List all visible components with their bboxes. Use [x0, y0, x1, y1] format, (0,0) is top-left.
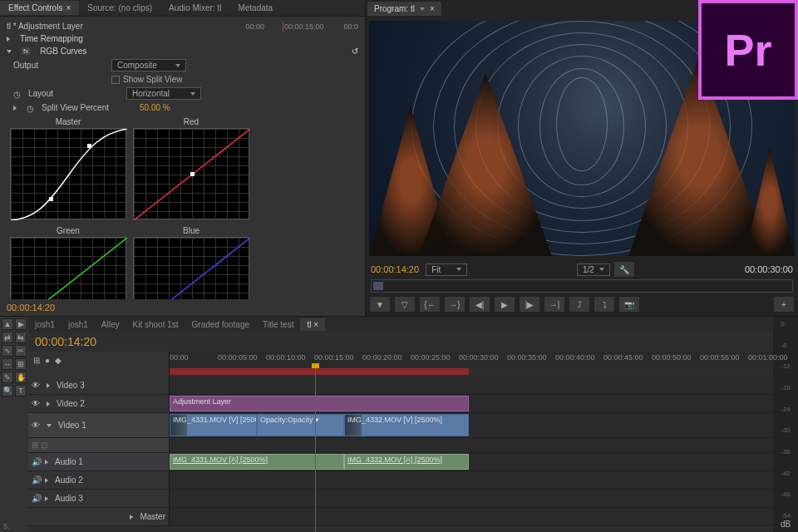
timeline-timecode[interactable]: 00:00:14:20 [35, 335, 96, 348]
track-header-a1[interactable]: 🔊Audio 1 [28, 453, 170, 470]
stopwatch-icon[interactable]: ◷ [27, 104, 35, 112]
program-tab[interactable]: Program: tl × [367, 2, 441, 16]
split-percent-value[interactable]: 50.00 % [140, 103, 170, 112]
curve-red[interactable] [133, 128, 249, 219]
mute-icon[interactable]: 🔊 [32, 494, 42, 503]
track-header-a3[interactable]: 🔊Audio 3 [28, 490, 170, 507]
meter-tick: -24 [781, 406, 791, 413]
sequence-tab[interactable]: Title test [256, 318, 300, 331]
ruler-tick: 00:00:35:00 [507, 353, 547, 362]
sequence-tab[interactable]: josh1 [62, 318, 95, 331]
layout-dropdown[interactable]: Horizontal [126, 87, 201, 100]
timeline-ruler[interactable]: 00:0000:00:05:0000:00:10:0000:00:15:0000… [170, 352, 773, 368]
linked-selection-icon[interactable]: ● [45, 356, 50, 365]
sequence-tab[interactable]: Kit shoot 1st [126, 318, 185, 331]
add-button[interactable]: + [773, 296, 795, 313]
ripple-tool[interactable]: ⇄ [2, 332, 13, 343]
chevron-down-icon [175, 64, 180, 67]
clip-video-opacity[interactable]: Opacity:Opacity ▾ [257, 414, 344, 436]
snap-icon[interactable]: ⊞ [33, 356, 40, 365]
curve-blue-label: Blue [133, 226, 249, 235]
selection-tool[interactable]: ▲ [2, 318, 13, 330]
clip-audio[interactable]: IMG_4331.MOV [A] [2500%] [170, 454, 344, 470]
scrubber-handle[interactable] [373, 282, 383, 290]
chevron-down-icon [599, 268, 604, 271]
play-button[interactable]: ▶ [494, 296, 515, 313]
marker-icon[interactable]: ◆ [55, 356, 62, 365]
eye-icon[interactable]: 👁 [32, 421, 40, 430]
rate-tool[interactable]: ∿ [2, 345, 13, 357]
track-header-v3[interactable]: 👁 Video 3 [28, 377, 170, 394]
close-icon[interactable]: × [430, 4, 435, 13]
close-icon[interactable]: × [66, 3, 71, 12]
show-split-checkbox[interactable]: Show Split View [111, 75, 183, 84]
ruler-tick: 00:00:15:00 [284, 22, 324, 31]
mark-out-button[interactable]: ▽ [394, 296, 416, 313]
program-zoom-dropdown[interactable]: 1/2 [577, 264, 610, 276]
clip-audio[interactable]: IMG_4332.MOV [A] [2500%] [344, 454, 469, 470]
go-next-button[interactable]: →| [544, 296, 565, 313]
work-area-bar[interactable] [170, 368, 773, 377]
hand-tool[interactable]: ✋ [15, 372, 27, 383]
track-header-v1-sub[interactable]: ⊞ ⊡ [28, 438, 170, 452]
meter-tick: -42 [781, 470, 791, 477]
sequence-tab[interactable]: Graded footage [185, 318, 257, 331]
close-icon[interactable]: × [313, 320, 318, 329]
rolling-tool[interactable]: ⇆ [15, 332, 27, 343]
tab-metadata[interactable]: Metadata [229, 1, 281, 15]
sequence-tab[interactable]: Alley [95, 318, 126, 331]
output-dropdown[interactable]: Composite [111, 59, 186, 71]
track-select-tool[interactable]: ▶ [15, 318, 27, 330]
tab-effect-controls[interactable]: Effect Controls× [0, 1, 79, 15]
effect-timecode[interactable]: 00:00:14:20 [0, 299, 365, 316]
param-output-label: Output [13, 61, 105, 70]
lift-button[interactable]: ⤴ [569, 296, 590, 313]
program-tc-left[interactable]: 00:00:14:20 [371, 264, 419, 274]
slide-tool[interactable]: ⊞ [15, 358, 27, 370]
tab-source[interactable]: Source: (no clips) [79, 1, 160, 15]
svg-rect-3 [190, 172, 195, 176]
clip-video[interactable]: IMG_4332.MOV [V] [2500%] [344, 414, 469, 436]
curve-master[interactable] [10, 128, 126, 219]
razor-tool[interactable]: ✂ [15, 345, 27, 357]
zoom-tool[interactable]: 🔍 [2, 385, 13, 397]
disclosure-icon [13, 106, 17, 111]
track-header-v1[interactable]: 👁 Video 1 [28, 413, 170, 437]
mute-icon[interactable]: 🔊 [32, 475, 42, 485]
sequence-tab[interactable]: tl × [300, 318, 325, 331]
effect-controls-panel: Effect Controls× Source: (no clips) Audi… [0, 0, 366, 316]
ruler-tick: 00:00:50:00 [652, 353, 692, 362]
reset-icon[interactable]: ↺ [352, 47, 358, 56]
tab-audio-mixer[interactable]: Audio Mixer: tl [160, 1, 229, 15]
program-scrubber[interactable] [371, 279, 793, 293]
eye-icon[interactable]: 👁 [32, 381, 40, 390]
type-tool[interactable]: T [15, 385, 27, 397]
extract-button[interactable]: ⤵ [594, 296, 615, 313]
wrench-icon[interactable]: 🔧 [613, 261, 635, 278]
clip-adjustment-layer[interactable]: Adjustment Layer [170, 396, 469, 411]
sequence-tab[interactable]: josh1 [28, 318, 62, 331]
export-frame-button[interactable]: 📷 [618, 296, 640, 313]
stopwatch-icon[interactable]: ◷ [13, 90, 22, 98]
curve-blue[interactable] [133, 237, 249, 299]
clip-video[interactable]: IMG_4331.MOV [V] [2500%] [170, 414, 257, 436]
effect-section-rgb-curves[interactable]: fx RGB Curves ↺ [3, 45, 362, 57]
mark-in-button[interactable]: ▼ [369, 296, 391, 313]
ruler-tick: 00:0 [343, 22, 358, 31]
step-forward-button[interactable]: |▶ [519, 296, 540, 313]
slip-tool[interactable]: ↔ [2, 358, 13, 370]
track-header-a2[interactable]: 🔊Audio 2 [28, 471, 170, 489]
go-to-in-button[interactable]: {← [419, 296, 441, 313]
go-to-out-button[interactable]: →} [444, 296, 466, 313]
program-fit-dropdown[interactable]: Fit [426, 264, 467, 276]
mute-icon[interactable]: 🔊 [32, 457, 42, 466]
track-header-master[interactable]: Master [28, 508, 170, 525]
timeline-playhead[interactable] [315, 368, 316, 532]
eye-icon[interactable]: 👁 [32, 399, 40, 408]
curve-green[interactable] [10, 237, 126, 299]
pen-tool[interactable]: ✎ [2, 372, 13, 383]
effect-section-time-remapping[interactable]: Time Remapping [3, 32, 362, 45]
step-back-button[interactable]: ◀| [469, 296, 490, 313]
curve-green-label: Green [10, 226, 126, 235]
track-header-v2[interactable]: 👁 Video 2 [28, 395, 170, 412]
